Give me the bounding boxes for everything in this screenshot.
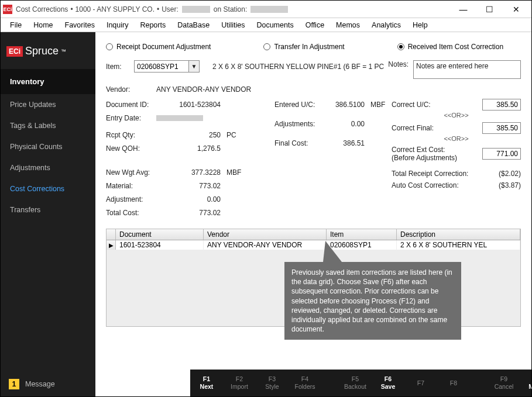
fkey-f3-style[interactable]: F3Style [256, 375, 289, 390]
close-button[interactable]: ✕ [503, 1, 529, 18]
message-badge: 1 [9, 379, 19, 389]
notes-input[interactable]: Notes are entered here [413, 60, 521, 79]
radio-icon [106, 43, 113, 50]
entered-uc-label: Entered U/C: [274, 101, 327, 109]
material-label: Material: [106, 182, 156, 190]
or-text: <<OR>> [392, 112, 521, 119]
fkey-f9-cancel[interactable]: F9Cancel [488, 375, 520, 390]
menu-office[interactable]: Office [300, 19, 330, 31]
correct-ext-input[interactable] [482, 148, 521, 160]
sidebar-item-adjustments[interactable]: Adjustments [1, 157, 95, 178]
correct-final-label: Correct Final: [392, 124, 476, 132]
radio-icon [263, 43, 270, 50]
help-callout: Previously saved item corrections are li… [284, 262, 461, 340]
total-cost-label: Total Cost: [106, 209, 156, 217]
final-cost-value: 386.51 [327, 139, 365, 147]
new-wgt-label: New Wgt Avg: [106, 168, 156, 177]
brand-eci: ECi [6, 46, 23, 57]
cell-vendor: ANY VENDOR-ANY VENDOR [204, 240, 327, 250]
menu-database[interactable]: DataBase [171, 19, 215, 31]
correct-final-input[interactable] [482, 122, 521, 134]
menu-inquiry[interactable]: Inquiry [101, 19, 135, 31]
menu-utilities[interactable]: Utilities [215, 19, 250, 31]
fkey-bar: F1Next F2Import F3Style F4Folders F5Back… [190, 370, 531, 396]
title-bullet: • [70, 5, 73, 13]
maximize-button[interactable]: ☐ [476, 1, 503, 18]
auto-cost-value: ($3.87) [499, 181, 521, 189]
fkey-f6-save[interactable]: F6Save [372, 375, 404, 390]
sidebar-item-price-updates[interactable]: Price Updates [1, 94, 95, 115]
sidebar-item-cost-corrections[interactable]: Cost Corrections [1, 178, 95, 199]
menu-help[interactable]: Help [407, 19, 434, 31]
total-cost-value: 773.02 [156, 209, 221, 217]
fkey-f10-menu[interactable]: F10Menu [520, 375, 532, 390]
radio-transfer-in-adj[interactable]: Transfer In Adjustment [263, 43, 344, 51]
fkey-f1-next[interactable]: F1Next [190, 375, 223, 390]
correct-ext-label-text: Correct Ext Cost: [392, 146, 445, 154]
new-wgt-value: 377.3228 [156, 168, 221, 177]
fkey-f2-import[interactable]: F2Import [223, 375, 256, 390]
brand-name: Spruce [25, 45, 59, 57]
chevron-down-icon[interactable]: ▼ [188, 61, 199, 72]
radio-received-item-cost[interactable]: Received Item Cost Correction [397, 43, 503, 51]
correct-ext-sub: (Before Adjustments) [392, 154, 457, 162]
app-icon: ECi [3, 5, 12, 14]
menu-reports[interactable]: Reports [134, 19, 171, 31]
menu-favorites[interactable]: Favorites [59, 19, 101, 31]
auto-cost-label: Auto Cost Correction: [392, 181, 459, 189]
title-seg-app: Cost Corrections [16, 5, 68, 13]
cell-description: 2 X 6 X 8' SOUTHERN YEL [397, 240, 520, 250]
menu-memos[interactable]: Memos [330, 19, 366, 31]
sidebar-item-transfers[interactable]: Transfers [1, 199, 95, 220]
radio-label: Receipt Document Adjustment [116, 43, 211, 51]
col-item[interactable]: Item [327, 229, 397, 240]
fkey-f8[interactable]: F8 [437, 379, 470, 387]
notes-label: Notes: [388, 60, 409, 68]
fkey-f4-folders[interactable]: F4Folders [289, 375, 321, 390]
sidebar-heading: Inventory [1, 69, 95, 94]
redacted-station [250, 6, 288, 13]
content: Receipt Document Adjustment Transfer In … [95, 32, 531, 396]
col-description[interactable]: Description [397, 229, 520, 240]
item-input[interactable] [135, 61, 188, 72]
adjustment-type-radios: Receipt Document Adjustment Transfer In … [95, 32, 531, 57]
new-qoh-value: 1,276.5 [156, 144, 221, 153]
minimize-button[interactable]: — [450, 1, 476, 18]
sidebar-item-physical-counts[interactable]: Physical Counts [1, 136, 95, 157]
adjustment-label: Adjustment: [106, 195, 156, 203]
radio-receipt-doc-adj[interactable]: Receipt Document Adjustment [106, 43, 211, 51]
adjustments-value: 0.00 [327, 120, 365, 128]
entered-uc-value: 386.5100 [327, 101, 365, 109]
doc-id-label: Document ID: [106, 101, 156, 109]
col-vendor[interactable]: Vendor [204, 229, 327, 240]
sidebar-item-tags-labels[interactable]: Tags & Labels [1, 115, 95, 136]
entered-uc-unit: MBF [370, 101, 385, 109]
menu-analytics[interactable]: Analytics [366, 19, 407, 31]
window-title: Cost Corrections • 1000 - ANY SUPPLY CO.… [16, 5, 450, 13]
radio-label: Transfer In Adjustment [274, 43, 344, 51]
title-seg-company: 1000 - ANY SUPPLY CO. [75, 5, 155, 13]
new-wgt-unit: MBF [226, 168, 241, 177]
fkey-f7[interactable]: F7 [404, 379, 437, 387]
col-document[interactable]: Document [116, 229, 204, 240]
item-combo[interactable]: ▼ [134, 60, 200, 73]
item-label: Item: [106, 63, 129, 71]
correct-uc-input[interactable] [482, 99, 521, 111]
brand-tm: ™ [61, 49, 66, 54]
doc-id-value: 1601-523804 [156, 101, 221, 109]
adjustments-label: Adjustments: [274, 120, 327, 128]
menu-home[interactable]: Home [28, 19, 59, 31]
entry-date-label: Entry Date: [106, 114, 156, 122]
table-row[interactable]: ▶ 1601-523804 ANY VENDOR-ANY VENDOR 0206… [107, 240, 520, 250]
window-controls: — ☐ ✕ [450, 1, 529, 18]
or-text: <<OR>> [392, 135, 521, 142]
fkey-f5-backout[interactable]: F5Backout [339, 375, 372, 390]
row-indicator-icon: ▶ [107, 240, 116, 250]
message-label: Message [25, 380, 55, 388]
redacted-user [182, 6, 210, 13]
correct-uc-label: Correct U/C: [392, 101, 476, 109]
form: Item: ▼ 2 X 6 X 8' SOUTHERN YELLOW PINE#… [95, 57, 531, 220]
menu-file[interactable]: File [4, 19, 28, 31]
menu-documents[interactable]: Documents [250, 19, 299, 31]
sidebar-footer[interactable]: 1 Message [1, 372, 95, 396]
